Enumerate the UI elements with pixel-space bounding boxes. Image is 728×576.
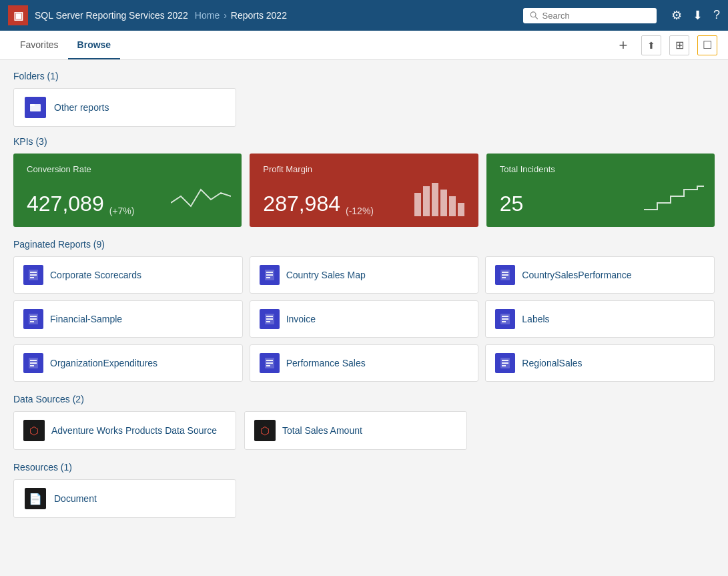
svg-rect-25	[30, 318, 37, 320]
list-item[interactable]: Country Sales Map	[250, 256, 479, 294]
search-icon	[530, 11, 538, 20]
add-button[interactable]: +	[613, 35, 633, 55]
search-input[interactable]	[542, 11, 650, 21]
report-icon	[260, 265, 280, 285]
datasource-icon: ⬡	[23, 420, 45, 441]
app-logo: ▣	[8, 5, 28, 25]
kpi-title: Conversion Rate	[27, 164, 228, 174]
datasource-label: Adventure Works Products Data Source	[51, 425, 217, 436]
svg-rect-10	[458, 203, 464, 216]
report-label: CountrySalesPerformance	[522, 270, 631, 280]
upload-button[interactable]: ⬆	[641, 35, 661, 55]
list-item[interactable]: Other reports	[13, 88, 236, 127]
svg-rect-41	[266, 362, 273, 364]
kpi-title: Profit Margin	[263, 164, 464, 174]
main-content: Folders (1) Other reports KPIs (3) Conve…	[0, 60, 728, 576]
kpi-value: 287,984	[263, 192, 340, 216]
svg-rect-13	[30, 274, 37, 276]
svg-rect-44	[502, 360, 508, 361]
svg-rect-16	[266, 272, 273, 273]
list-item[interactable]: Performance Sales	[250, 344, 479, 382]
breadcrumb: Home › Reports 2022	[195, 10, 287, 21]
svg-point-0	[530, 12, 536, 17]
breadcrumb-home[interactable]: Home	[195, 10, 220, 21]
svg-rect-36	[30, 360, 37, 361]
list-item[interactable]: Labels	[485, 300, 715, 338]
kpi-total-incidents[interactable]: Total Incidents 25	[486, 154, 715, 227]
kpi-chart	[414, 180, 468, 216]
svg-rect-38	[30, 365, 34, 366]
settings-icon[interactable]: ⚙	[671, 8, 682, 23]
kpi-chart	[171, 183, 231, 216]
kpi-profit-margin[interactable]: Profit Margin 287,984 (-12%)	[250, 154, 478, 227]
svg-rect-8	[440, 190, 447, 216]
folders-list: Other reports	[13, 88, 715, 127]
svg-rect-29	[266, 318, 273, 320]
svg-rect-20	[502, 272, 508, 273]
kpi-change: (+7%)	[109, 206, 135, 216]
svg-rect-17	[266, 274, 273, 276]
folder-icon	[25, 97, 46, 118]
report-label: Country Sales Map	[286, 270, 366, 280]
svg-rect-37	[30, 362, 37, 364]
list-item[interactable]: ⬡ Adventure Works Products Data Source	[13, 411, 236, 450]
svg-rect-6	[423, 186, 430, 216]
resources-list: 📄 Document	[13, 479, 715, 518]
tab-browse[interactable]: Browse	[68, 31, 121, 59]
report-icon	[23, 309, 43, 329]
tabs-bar: Favorites Browse + ⬆ ⊞ ☐	[0, 31, 728, 60]
kpi-value: 427,089	[27, 192, 104, 216]
search-box[interactable]	[523, 8, 657, 23]
kpi-chart	[644, 183, 704, 216]
svg-rect-7	[432, 183, 438, 216]
list-item[interactable]: Corporate Scorecards	[13, 256, 243, 294]
folder-label: Other reports	[54, 102, 109, 113]
list-item[interactable]: Financial-Sample	[13, 300, 243, 338]
report-label: Invoice	[286, 314, 316, 324]
datasources-section-title: Data Sources (2)	[13, 394, 715, 404]
tiles-view-button[interactable]: ⊞	[669, 35, 689, 55]
report-icon	[495, 265, 515, 285]
kpi-title: Total Incidents	[500, 164, 701, 174]
kpis-section-title: KPIs (3)	[13, 136, 715, 147]
svg-rect-12	[30, 272, 37, 273]
list-item[interactable]: RegionalSales	[485, 344, 715, 382]
svg-rect-22	[502, 277, 506, 278]
svg-rect-14	[30, 277, 34, 278]
svg-rect-30	[266, 321, 270, 322]
datasource-icon: ⬡	[254, 420, 276, 441]
svg-rect-46	[502, 365, 506, 366]
svg-rect-34	[502, 321, 506, 322]
help-icon[interactable]: ?	[713, 8, 720, 23]
report-icon	[260, 309, 280, 329]
reports-section-title: Paginated Reports (9)	[13, 239, 715, 250]
report-icon	[23, 353, 43, 373]
kpi-conversion-rate[interactable]: Conversion Rate 427,089 (+7%)	[13, 154, 242, 227]
list-item[interactable]: OrganizationExpenditures	[13, 344, 243, 382]
svg-rect-26	[30, 321, 34, 322]
tab-favorites[interactable]: Favorites	[11, 31, 68, 59]
details-view-button[interactable]: ☐	[697, 35, 717, 55]
report-label: Labels	[522, 314, 549, 324]
svg-rect-21	[502, 274, 508, 276]
report-icon	[495, 309, 515, 329]
list-item[interactable]: ⬡ Total Sales Amount	[244, 411, 467, 450]
report-label: RegionalSales	[522, 358, 582, 368]
kpi-change: (-12%)	[346, 206, 374, 216]
report-icon	[260, 353, 280, 373]
list-item[interactable]: Invoice	[250, 300, 479, 338]
app-title: SQL Server Reporting Services 2022	[35, 10, 188, 21]
download-icon[interactable]: ⬇	[693, 8, 703, 23]
list-item[interactable]: 📄 Document	[13, 479, 236, 518]
svg-rect-4	[31, 105, 40, 111]
svg-line-1	[535, 17, 538, 19]
svg-rect-28	[266, 316, 273, 317]
datasource-label: Total Sales Amount	[282, 425, 362, 436]
svg-rect-45	[502, 362, 508, 364]
header: ▣ SQL Server Reporting Services 2022 Hom…	[0, 0, 728, 31]
header-icons: ⚙ ⬇ ?	[671, 8, 720, 23]
svg-rect-5	[414, 193, 421, 216]
reports-grid: Corporate Scorecards Country Sales Map	[13, 256, 715, 382]
svg-rect-32	[502, 316, 508, 317]
list-item[interactable]: CountrySalesPerformance	[485, 256, 715, 294]
